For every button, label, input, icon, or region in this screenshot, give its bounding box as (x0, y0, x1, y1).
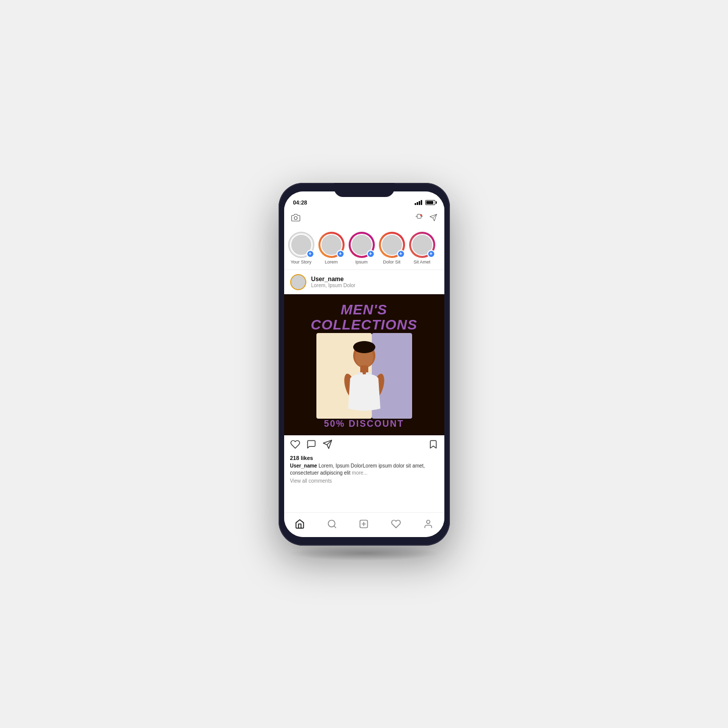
story-lorem[interactable]: + Lorem (318, 232, 345, 264)
post-subtitle: Lorem, Ipsum Dolor (311, 283, 438, 288)
signal-icon (415, 200, 422, 205)
phone-shadow (289, 546, 440, 561)
nav-activity[interactable] (388, 517, 404, 531)
nav-profile[interactable] (420, 517, 436, 531)
comment-button[interactable] (306, 439, 316, 452)
story-label-lorem: Lorem (325, 259, 338, 264)
story-sit-amet[interactable]: + Sit Amet (409, 232, 435, 264)
post-username[interactable]: User_name (311, 276, 438, 283)
stories-section: + Your Story + Lorem (284, 228, 444, 270)
model-figure (334, 328, 394, 426)
story-label-sitamet: Sit Amet (414, 259, 431, 264)
story-label-your-story: Your Story (291, 259, 312, 264)
svg-point-21 (426, 520, 430, 523)
svg-line-17 (334, 525, 336, 527)
story-dolor-sit[interactable]: + Dolor Sit (379, 232, 405, 264)
view-all-comments[interactable]: View all comments (290, 478, 438, 484)
likes-count: 218 likes (290, 455, 438, 461)
phone-body: 04:28 (279, 183, 450, 546)
story-ipsum[interactable]: + Ipsum (349, 232, 375, 264)
story-add-btn-dolor: + (397, 250, 405, 258)
story-label-dolor: Dolor Sit (383, 259, 401, 264)
story-add-button[interactable]: + (306, 250, 314, 258)
bottom-nav (284, 512, 444, 537)
story-add-btn-sitamet: + (427, 250, 435, 258)
post-avatar (290, 274, 306, 290)
notification-icon[interactable] (415, 214, 423, 224)
post-header: User_name Lorem, Ipsum Dolor (284, 270, 444, 294)
camera-icon[interactable] (291, 213, 300, 224)
story-your-story[interactable]: + Your Story (288, 232, 314, 264)
svg-point-13 (353, 341, 375, 353)
image-middle (290, 333, 438, 418)
svg-point-2 (420, 214, 422, 216)
action-left-buttons (290, 439, 333, 452)
nav-search[interactable] (324, 517, 340, 531)
phone-screen: 04:28 (284, 191, 444, 537)
status-icons (415, 200, 435, 205)
post-image: MEN'S COLLECTIONS (284, 294, 444, 435)
post-actions: 218 likes User_name Lorem, Ipsum DolorLo… (284, 435, 444, 486)
svg-point-0 (294, 216, 297, 219)
action-buttons (290, 439, 438, 452)
story-add-btn-lorem: + (337, 250, 345, 258)
post-user-info: User_name Lorem, Ipsum Dolor (311, 276, 438, 288)
send-icon[interactable] (429, 214, 437, 224)
phone-wrapper: 04:28 (274, 178, 455, 551)
top-bar-right (415, 214, 437, 224)
bookmark-button[interactable] (428, 439, 438, 452)
like-button[interactable] (290, 439, 300, 452)
top-action-bar (284, 210, 444, 228)
stories-row: + Your Story + Lorem (288, 231, 440, 266)
phone-notch (334, 183, 394, 197)
battery-icon (425, 200, 435, 205)
caption-more[interactable]: more... (352, 470, 367, 476)
nav-home[interactable] (292, 517, 308, 531)
status-time: 04:28 (293, 200, 307, 206)
share-button[interactable] (322, 439, 333, 452)
nav-add[interactable] (356, 517, 372, 531)
caption-username[interactable]: User_name (290, 463, 317, 469)
caption-row: User_name Lorem, Ipsum DolorLorem ipsum … (290, 462, 438, 477)
story-add-btn-ipsum: + (367, 250, 375, 258)
story-label-ipsum: Ipsum (355, 259, 368, 264)
